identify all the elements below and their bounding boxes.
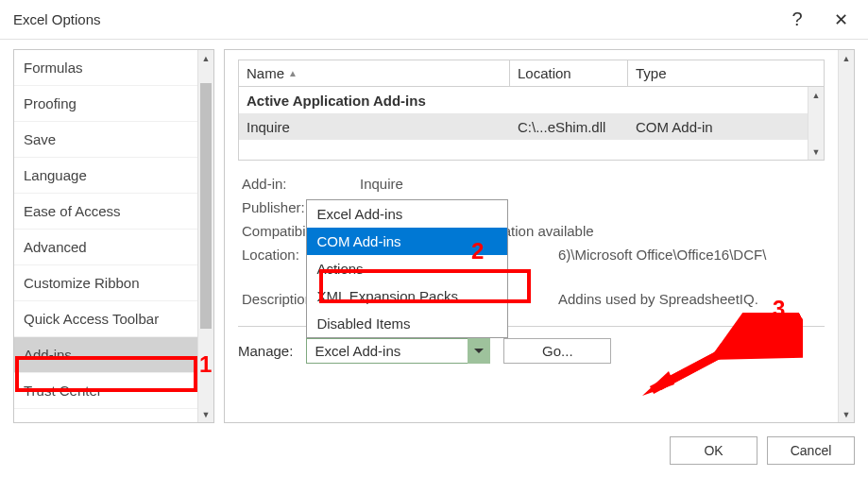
- detail-addin-value: Inquire: [360, 176, 821, 192]
- sidebar-item-language[interactable]: Language: [14, 158, 213, 194]
- cell-type: COM Add-in: [628, 113, 824, 140]
- cell-location: C:\...eShim.dll: [510, 113, 628, 140]
- scroll-track[interactable]: [808, 103, 824, 144]
- content-panel: Name▲ Location Type Active Application A…: [224, 49, 855, 423]
- ok-button[interactable]: OK: [670, 436, 757, 465]
- sidebar-item-trust-center[interactable]: Trust Center: [14, 373, 213, 409]
- scroll-down-button[interactable]: ▼: [808, 144, 824, 160]
- scroll-down-button[interactable]: ▼: [839, 406, 854, 422]
- manage-row: Manage: Excel Add-ins COM Add-ins Action…: [238, 338, 825, 364]
- column-header-name[interactable]: Name▲: [239, 60, 510, 86]
- go-button[interactable]: Go...: [503, 338, 611, 364]
- scroll-thumb[interactable]: [200, 83, 212, 329]
- detail-addin-label: Add-in:: [242, 176, 360, 192]
- sidebar-item-save[interactable]: Save: [14, 122, 213, 158]
- table-header: Name▲ Location Type: [239, 60, 824, 87]
- sidebar-item-formulas[interactable]: Formulas: [14, 50, 213, 86]
- sidebar-item-advanced[interactable]: Advanced: [14, 230, 213, 265]
- titlebar: Excel Options ? ✕: [0, 0, 868, 40]
- help-button[interactable]: ?: [775, 0, 819, 40]
- cell-name: Inquire: [239, 113, 510, 140]
- content-inner: Name▲ Location Type Active Application A…: [225, 50, 838, 422]
- table-scrollbar[interactable]: ▲ ▼: [808, 87, 824, 160]
- cancel-button[interactable]: Cancel: [767, 436, 855, 465]
- dropdown-item-com-addins[interactable]: COM Add-ins: [307, 228, 507, 255]
- category-sidebar: Formulas Proofing Save Language Ease of …: [13, 49, 214, 423]
- dialog-footer: OK Cancel: [0, 427, 868, 465]
- sidebar-item-proofing[interactable]: Proofing: [14, 86, 213, 122]
- group-header-active: Active Application Add-ins: [239, 87, 824, 113]
- table-body: Active Application Add-ins Inquire C:\..…: [239, 87, 824, 160]
- close-icon: ✕: [834, 9, 848, 30]
- dropdown-item-xml-expansion-packs[interactable]: XML Expansion Packs: [307, 282, 507, 310]
- sidebar-item-ease-of-access[interactable]: Ease of Access: [14, 194, 213, 230]
- sidebar-item-customize-ribbon[interactable]: Customize Ribbon: [14, 265, 213, 301]
- table-row[interactable]: Inquire C:\...eShim.dll COM Add-in: [239, 113, 824, 140]
- dropdown-item-excel-addins[interactable]: Excel Add-ins: [307, 200, 507, 228]
- close-button[interactable]: ✕: [819, 0, 862, 40]
- combo-dropdown-button[interactable]: [468, 338, 490, 364]
- column-header-type[interactable]: Type: [628, 60, 824, 86]
- scroll-up-button[interactable]: ▲: [839, 50, 854, 66]
- sidebar-item-quick-access-toolbar[interactable]: Quick Access Toolbar: [14, 301, 213, 337]
- sidebar-scrollbar[interactable]: ▲ ▼: [197, 50, 213, 422]
- dialog-body: Formulas Proofing Save Language Ease of …: [0, 40, 868, 427]
- sidebar-list: Formulas Proofing Save Language Ease of …: [14, 50, 213, 422]
- manage-label: Manage:: [238, 343, 293, 359]
- scroll-down-button[interactable]: ▼: [198, 406, 213, 422]
- column-header-location[interactable]: Location: [510, 60, 628, 86]
- sort-asc-icon: ▲: [288, 68, 298, 78]
- dropdown-item-disabled-items[interactable]: Disabled Items: [307, 310, 507, 337]
- combo-selected-text: Excel Add-ins: [315, 343, 400, 359]
- manage-combo-wrap: Excel Add-ins COM Add-ins Actions XML Ex…: [306, 338, 490, 364]
- manage-dropdown-list: Excel Add-ins COM Add-ins Actions XML Ex…: [306, 199, 508, 338]
- scroll-track[interactable]: [839, 66, 854, 406]
- manage-combobox[interactable]: Excel Add-ins: [306, 338, 490, 364]
- dropdown-item-actions[interactable]: Actions: [307, 255, 507, 282]
- scroll-up-button[interactable]: ▲: [198, 50, 213, 66]
- dialog-title: Excel Options: [13, 11, 775, 27]
- addins-table: Name▲ Location Type Active Application A…: [238, 60, 825, 161]
- sidebar-item-add-ins[interactable]: Add-ins: [14, 337, 213, 373]
- scroll-up-button[interactable]: ▲: [808, 87, 824, 103]
- scroll-track[interactable]: [198, 66, 213, 406]
- content-scrollbar[interactable]: ▲ ▼: [838, 50, 854, 422]
- help-icon: ?: [791, 9, 802, 30]
